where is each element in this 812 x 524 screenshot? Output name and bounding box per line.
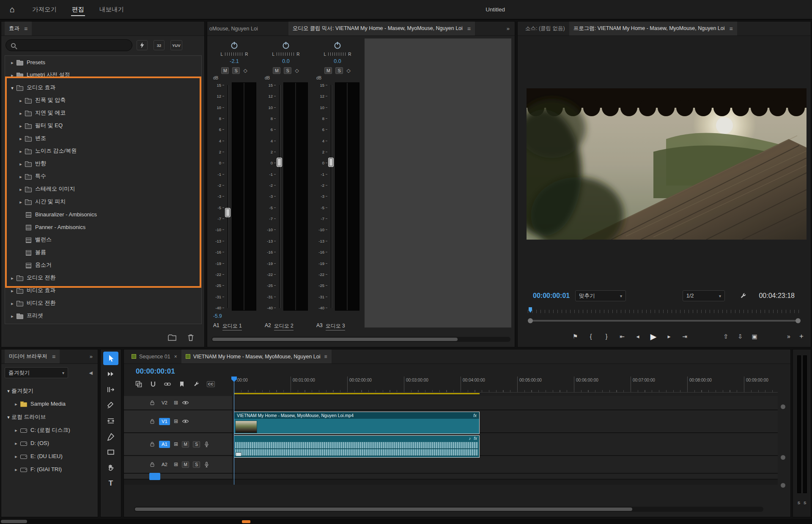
playback-resolution-dropdown[interactable]: 1/2 bbox=[683, 290, 725, 301]
zoom-handle-right[interactable] bbox=[796, 318, 801, 323]
tab-media-browser[interactable]: 미디어 브라우저 ≡ bbox=[5, 349, 60, 363]
sync-lock-icon[interactable]: ⊞ bbox=[174, 418, 178, 424]
effects-tree-item[interactable]: Panner - Ambisonics bbox=[5, 221, 201, 233]
timeline-timecode[interactable]: 00:00:00:01 bbox=[136, 367, 175, 376]
pan-slider[interactable] bbox=[277, 52, 294, 56]
effects-search-input[interactable] bbox=[19, 42, 127, 49]
scrollbar-thumb[interactable] bbox=[135, 508, 632, 511]
effects-tree-item[interactable]: 음소거 bbox=[5, 259, 201, 271]
track-lock-icon[interactable] bbox=[149, 418, 155, 424]
pan-control[interactable]: L R bbox=[221, 51, 248, 57]
nest-toggle-icon[interactable] bbox=[135, 381, 143, 388]
effects-tree-item[interactable]: 필터 및 EQ bbox=[5, 119, 201, 132]
panel-menu-icon[interactable]: ≡ bbox=[729, 25, 732, 32]
chevron-icon[interactable] bbox=[9, 275, 15, 281]
channel-power-icon[interactable] bbox=[282, 41, 290, 49]
chevron-icon[interactable] bbox=[13, 427, 19, 433]
vertical-scroll-handle[interactable] bbox=[781, 404, 785, 409]
selection-tool[interactable] bbox=[103, 352, 118, 365]
track-name[interactable]: 오디오 1 bbox=[222, 322, 242, 330]
panel-overflow-icon[interactable]: » bbox=[88, 353, 94, 360]
chevron-icon[interactable] bbox=[18, 135, 24, 142]
pan-control[interactable]: L R bbox=[272, 51, 300, 57]
effects-tree-item[interactable]: 노이즈 감소/복원 bbox=[5, 145, 201, 157]
track-select-forward-tool[interactable] bbox=[103, 367, 118, 381]
timeline-horizontal-scrollbar[interactable] bbox=[134, 507, 763, 512]
mute-button[interactable]: M bbox=[221, 67, 229, 74]
effects-tree-item[interactable]: 변조 bbox=[5, 132, 201, 145]
fader-handle[interactable] bbox=[225, 208, 230, 217]
snap-icon[interactable] bbox=[149, 381, 157, 388]
effects-tree-item[interactable]: 비디오 효과 bbox=[5, 284, 201, 297]
track-visibility-icon[interactable] bbox=[182, 400, 189, 405]
timeline-tab[interactable]: Sequence 01 × bbox=[127, 349, 181, 363]
effects-filter-button[interactable]: YUV bbox=[170, 40, 182, 50]
topbar-menu-item[interactable]: 편집 bbox=[64, 0, 92, 19]
media-tree-item[interactable]: Sample Media bbox=[1, 397, 98, 410]
fit-dropdown[interactable]: 맞추기 bbox=[575, 290, 626, 301]
monitor-scrubber[interactable] bbox=[528, 307, 801, 313]
volume-fader[interactable] bbox=[276, 82, 283, 311]
voiceover-record-icon[interactable] bbox=[204, 461, 209, 468]
timeline-audio-clip[interactable]: ♪ fx bbox=[234, 435, 480, 458]
channel-power-icon[interactable] bbox=[333, 41, 342, 49]
media-tree-item[interactable]: F: (GIAI TRI) bbox=[1, 463, 98, 476]
captions-icon[interactable]: CC bbox=[207, 381, 215, 387]
sync-lock-icon[interactable]: ⊞ bbox=[174, 400, 178, 406]
tab-audio-clip-mixer[interactable]: 오디오 클립 믹서: VIETNAM My Home - Masew, MyoM… bbox=[288, 22, 475, 35]
monitor-zoom-bar[interactable] bbox=[528, 318, 801, 323]
track-name[interactable]: 오디오 2 bbox=[274, 322, 294, 330]
effects-tree-item[interactable]: Lumetri 사전 설정 bbox=[5, 68, 201, 81]
track-target-button[interactable]: A1 bbox=[159, 441, 170, 448]
chevron-icon[interactable] bbox=[9, 313, 15, 319]
pen-tool[interactable] bbox=[103, 430, 118, 443]
timeline-ruler[interactable]: :00:00 00:01:00:00 00:02:00:00 00:03:00:… bbox=[234, 377, 778, 393]
keyframe-icon[interactable]: ◇ bbox=[295, 68, 299, 74]
mute-button[interactable]: M bbox=[324, 67, 332, 74]
timeline-settings-icon[interactable] bbox=[192, 381, 200, 388]
panel-menu-icon[interactable]: ≡ bbox=[52, 353, 55, 360]
transport-button[interactable]: ▸ bbox=[666, 333, 672, 340]
linked-selection-icon[interactable] bbox=[164, 381, 171, 388]
effects-tree-item[interactable]: Binauralizer - Ambisonics bbox=[5, 208, 201, 221]
effects-filter-button[interactable]: 32 bbox=[154, 40, 165, 50]
transport-button[interactable]: ▣ bbox=[751, 333, 758, 340]
effects-tree-item[interactable]: 프리셋 bbox=[5, 309, 201, 322]
type-tool[interactable]: T bbox=[103, 477, 118, 490]
meter-solo-button[interactable]: S bbox=[804, 500, 806, 505]
hand-tool[interactable] bbox=[103, 461, 118, 475]
effects-tree-item[interactable]: Presets bbox=[5, 56, 201, 68]
chevron-icon[interactable] bbox=[13, 401, 19, 407]
pan-value[interactable]: 0.0 bbox=[282, 57, 289, 66]
track-target-button[interactable] bbox=[149, 473, 160, 480]
fader-handle[interactable] bbox=[277, 158, 282, 167]
voiceover-record-icon[interactable] bbox=[204, 441, 209, 448]
effects-tree-item[interactable]: 특수 bbox=[5, 170, 201, 183]
zoom-handle-left[interactable] bbox=[528, 318, 533, 323]
chevron-icon[interactable] bbox=[18, 199, 24, 205]
fader-handle[interactable] bbox=[328, 158, 334, 167]
panel-overflow-icon[interactable]: » bbox=[505, 25, 511, 32]
transport-button[interactable]: ⇤ bbox=[619, 333, 625, 340]
tab-source-monitor[interactable]: 소스: (클립 없음) bbox=[521, 22, 569, 35]
chevron-icon[interactable] bbox=[18, 186, 24, 192]
monitor-settings-icon[interactable] bbox=[739, 292, 747, 300]
effects-filter-button[interactable] bbox=[137, 40, 148, 50]
tab-aux-icon[interactable]: × bbox=[174, 354, 177, 360]
chevron-icon[interactable] bbox=[13, 453, 19, 459]
transport-button[interactable]: ⇧ bbox=[722, 333, 729, 340]
effects-tree-item[interactable]: 비디오 전환 bbox=[5, 297, 201, 309]
chevron-icon[interactable] bbox=[9, 85, 15, 91]
meter-solo-button[interactable]: S bbox=[798, 500, 800, 505]
track-lock-icon[interactable] bbox=[149, 461, 155, 467]
program-timecode[interactable]: 00:00:00:01 bbox=[533, 292, 570, 300]
back-arrow-icon[interactable]: ◀ bbox=[88, 370, 94, 376]
chevron-icon[interactable] bbox=[18, 148, 24, 154]
effects-tree-item[interactable]: 지연 및 에코 bbox=[5, 106, 201, 119]
scrollbar-thumb[interactable] bbox=[212, 338, 458, 341]
volume-value[interactable]: -5.9 bbox=[213, 313, 222, 320]
transport-button[interactable]: ⇩ bbox=[737, 333, 743, 340]
track-name[interactable]: 오디오 3 bbox=[326, 322, 345, 330]
chevron-icon[interactable] bbox=[18, 97, 24, 104]
add-marker-icon[interactable] bbox=[178, 381, 186, 388]
